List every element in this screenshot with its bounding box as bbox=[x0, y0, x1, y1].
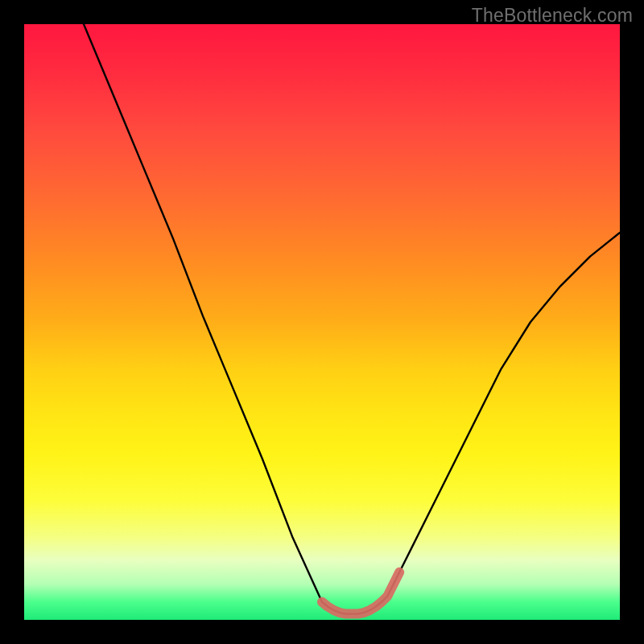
chart-frame: TheBottleneck.com bbox=[0, 0, 644, 644]
curve-svg bbox=[24, 24, 620, 620]
series-optimal-zone-highlight bbox=[322, 572, 399, 614]
watermark-text: TheBottleneck.com bbox=[472, 5, 633, 27]
series-bottleneck-curve bbox=[84, 24, 620, 614]
plot-area bbox=[24, 24, 620, 620]
